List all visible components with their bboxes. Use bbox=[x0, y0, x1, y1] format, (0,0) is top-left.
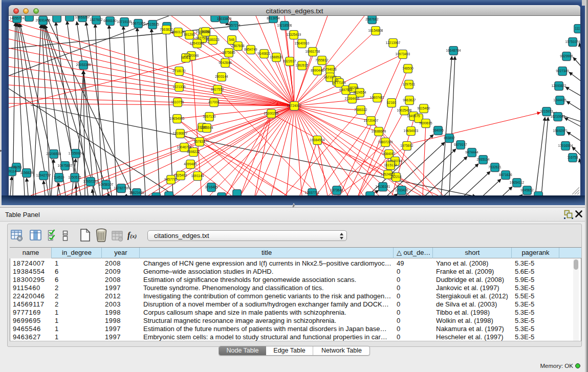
svg-text:18724007: 18724007 bbox=[287, 104, 302, 107]
svg-text:10973493: 10973493 bbox=[396, 52, 410, 56]
svg-text:8427552: 8427552 bbox=[211, 87, 224, 91]
svg-text:1221336: 1221336 bbox=[172, 85, 186, 89]
svg-text:6679197: 6679197 bbox=[454, 143, 467, 146]
svg-text:20691406: 20691406 bbox=[36, 18, 51, 22]
svg-text:9115460: 9115460 bbox=[418, 106, 430, 110]
svg-text:10025438: 10025438 bbox=[397, 108, 412, 112]
svg-text:16210643: 16210643 bbox=[551, 115, 565, 118]
svg-text:1117: 1117 bbox=[575, 27, 580, 30]
svg-text:15692971: 15692971 bbox=[553, 129, 568, 133]
svg-text:252214: 252214 bbox=[390, 175, 402, 179]
svg-text:1244415: 1244415 bbox=[553, 98, 567, 102]
svg-text:10958107: 10958107 bbox=[99, 183, 114, 186]
svg-text:891295: 891295 bbox=[184, 33, 195, 36]
svg-text:9084067: 9084067 bbox=[382, 152, 396, 156]
svg-text:16154808: 16154808 bbox=[368, 29, 383, 32]
svg-text:10046798: 10046798 bbox=[177, 145, 192, 149]
svg-text:3215953: 3215953 bbox=[540, 110, 553, 113]
svg-text:417004: 417004 bbox=[208, 100, 220, 104]
svg-text:1156829: 1156829 bbox=[20, 171, 33, 174]
svg-text:19218506: 19218506 bbox=[277, 24, 292, 27]
svg-text:3624554: 3624554 bbox=[353, 91, 366, 94]
svg-text:9245652: 9245652 bbox=[520, 188, 534, 192]
svg-text:12213967: 12213967 bbox=[386, 41, 401, 45]
svg-text:9242848: 9242848 bbox=[219, 61, 232, 64]
svg-text:13557751: 13557751 bbox=[305, 191, 320, 194]
svg-text:12942737: 12942737 bbox=[36, 173, 51, 177]
svg-text:1353594: 1353594 bbox=[200, 126, 213, 129]
svg-text:10807487: 10807487 bbox=[370, 96, 385, 99]
svg-text:116753: 116753 bbox=[567, 156, 578, 159]
svg-text:25300285: 25300285 bbox=[264, 112, 279, 115]
svg-text:15720407: 15720407 bbox=[364, 119, 379, 122]
svg-text:98961: 98961 bbox=[181, 56, 190, 59]
svg-text:1610755: 1610755 bbox=[171, 100, 184, 104]
svg-text:21364436: 21364436 bbox=[345, 97, 360, 100]
svg-text:2935114: 2935114 bbox=[477, 158, 490, 161]
svg-text:1373648: 1373648 bbox=[330, 188, 343, 192]
svg-text:9699695: 9699695 bbox=[419, 121, 432, 125]
svg-text:9146821: 9146821 bbox=[257, 52, 271, 55]
svg-text:18807249: 18807249 bbox=[378, 140, 393, 144]
svg-text:62160: 62160 bbox=[387, 101, 396, 104]
svg-text:893892: 893892 bbox=[444, 136, 455, 140]
svg-text:12823446: 12823446 bbox=[129, 191, 144, 194]
svg-text:748500: 748500 bbox=[402, 67, 413, 70]
svg-text:8813054: 8813054 bbox=[267, 16, 280, 20]
svg-text:2867608: 2867608 bbox=[231, 44, 245, 48]
svg-text:1549575: 1549575 bbox=[407, 114, 420, 118]
svg-text:10975887: 10975887 bbox=[58, 164, 73, 167]
svg-text:2718170: 2718170 bbox=[172, 69, 186, 73]
svg-text:3716485: 3716485 bbox=[205, 185, 218, 189]
svg-text:19654985: 19654985 bbox=[170, 117, 185, 120]
svg-text:9463627: 9463627 bbox=[403, 98, 416, 102]
svg-text:9777169: 9777169 bbox=[333, 81, 346, 84]
svg-text:7663822: 7663822 bbox=[160, 28, 173, 31]
svg-text:8322037: 8322037 bbox=[283, 59, 296, 63]
svg-text:7386322: 7386322 bbox=[354, 108, 367, 112]
svg-text:39114: 39114 bbox=[9, 169, 16, 173]
svg-text:6794028: 6794028 bbox=[323, 68, 337, 71]
svg-text:8960124: 8960124 bbox=[171, 30, 185, 34]
svg-text:1733426: 1733426 bbox=[395, 188, 408, 192]
svg-text:10120746: 10120746 bbox=[388, 159, 403, 163]
svg-text:1975692: 1975692 bbox=[400, 144, 413, 147]
svg-text:17359924: 17359924 bbox=[69, 151, 83, 155]
svg-text:17016504: 17016504 bbox=[558, 144, 573, 147]
svg-text:2687682: 2687682 bbox=[365, 17, 379, 21]
svg-text:19166827: 19166827 bbox=[173, 132, 188, 135]
svg-text:20206535: 20206535 bbox=[47, 152, 61, 156]
svg-text:13325419: 13325419 bbox=[287, 33, 301, 36]
svg-text:3875685: 3875685 bbox=[222, 51, 235, 54]
svg-text:19384554: 19384554 bbox=[310, 138, 325, 142]
svg-text:7625402: 7625402 bbox=[174, 173, 187, 177]
svg-text:20053346: 20053346 bbox=[76, 63, 91, 67]
svg-text:19654923: 19654923 bbox=[404, 129, 419, 133]
svg-text:10688609: 10688609 bbox=[372, 129, 386, 133]
svg-text:6058: 6058 bbox=[202, 30, 210, 33]
svg-text:8471626: 8471626 bbox=[499, 173, 512, 177]
svg-text:16782759: 16782759 bbox=[114, 186, 129, 190]
svg-text:114519: 114519 bbox=[53, 176, 64, 179]
svg-text:1297511: 1297511 bbox=[403, 82, 416, 86]
svg-text:16543382: 16543382 bbox=[190, 41, 205, 45]
svg-text:14136141: 14136141 bbox=[376, 185, 390, 188]
svg-text:1691144: 1691144 bbox=[191, 174, 204, 178]
svg-text:15751074: 15751074 bbox=[565, 40, 580, 43]
svg-text:6466160: 6466160 bbox=[103, 19, 117, 23]
svg-text:857833: 857833 bbox=[194, 140, 205, 143]
svg-text:10654112: 10654112 bbox=[510, 181, 525, 184]
svg-text:10653267: 10653267 bbox=[75, 16, 90, 19]
svg-text:7955812: 7955812 bbox=[315, 58, 329, 62]
svg-text:15640910: 15640910 bbox=[295, 41, 310, 45]
svg-text:3698222: 3698222 bbox=[187, 150, 200, 154]
svg-text:16648784: 16648784 bbox=[446, 49, 461, 52]
svg-text:1362615: 1362615 bbox=[295, 63, 309, 67]
svg-text:8990448: 8990448 bbox=[311, 69, 324, 72]
svg-text:746266: 746266 bbox=[347, 86, 359, 90]
svg-text:9227349: 9227349 bbox=[556, 69, 569, 73]
svg-text:10719155: 10719155 bbox=[117, 20, 132, 24]
svg-text:135051: 135051 bbox=[11, 165, 22, 169]
svg-text:9457791: 9457791 bbox=[164, 178, 178, 181]
svg-text:1527602: 1527602 bbox=[90, 18, 103, 21]
